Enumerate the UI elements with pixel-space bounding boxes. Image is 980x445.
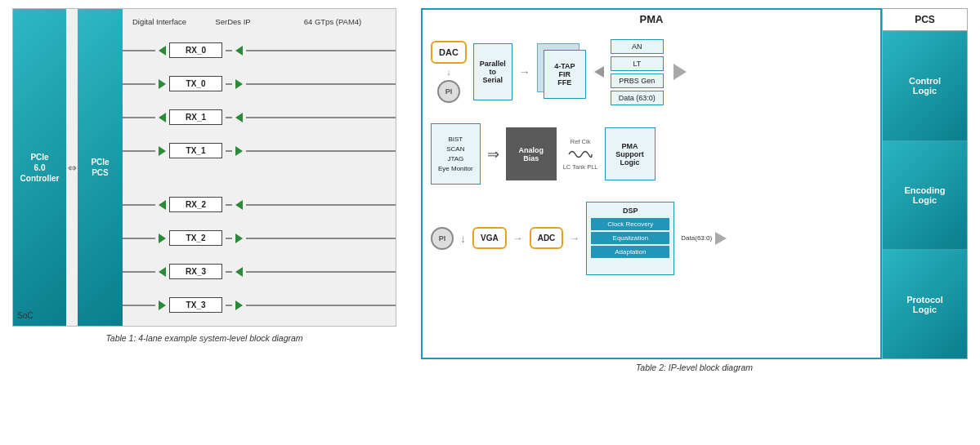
lane-box-tx2: TX_2 xyxy=(169,230,222,246)
pma-support-box: PMA Support Logic xyxy=(605,127,656,180)
digital-interface-label: Digital Interface xyxy=(123,13,196,28)
data-63-0-label-bot: Data(63:0) xyxy=(681,234,712,242)
fir-ffe-box: 4-TAP FIR FFE xyxy=(537,43,588,100)
adaptation-box: Adaptation xyxy=(591,246,669,258)
arrow-adc-dsp: → xyxy=(570,233,579,244)
arrow-left-rx1-right xyxy=(235,113,243,122)
arrow-pi-vga: ↓ xyxy=(460,232,466,245)
main-container: PCIe 6.0 Controller ⇔ PCIe PCS Digital I… xyxy=(12,8,968,437)
clock-recovery-box: Clock Recovery xyxy=(591,218,669,230)
dac-box: DAC xyxy=(431,41,467,64)
pma-title: PMA xyxy=(640,13,664,25)
arrow-to-pcs-top xyxy=(673,64,687,80)
arrow-right-tx3 xyxy=(159,300,166,310)
pam4-label: 64 GTps (PAM4) xyxy=(270,13,396,28)
adc-box: ADC xyxy=(530,227,564,249)
sine-wave-icon xyxy=(567,147,593,162)
arrow-right-tx3-right xyxy=(235,300,243,310)
lane-box-tx3: TX_3 xyxy=(169,297,222,313)
pi-circle-top: PI xyxy=(437,80,460,103)
dsp-title: DSP xyxy=(591,207,669,215)
arrow-dsp-pcs xyxy=(715,232,727,245)
lt-box: LT xyxy=(611,56,664,71)
left-diagram: PCIe 6.0 Controller ⇔ PCIe PCS Digital I… xyxy=(12,8,396,437)
lane-row-rx2: RX_2 xyxy=(123,194,396,216)
arrow-left-rx3-right xyxy=(235,267,243,277)
arrow-vga-adc: → xyxy=(513,233,523,244)
arrow-right-tx0-right xyxy=(235,79,243,89)
pcs-blocks-inner: Control Logic Encoding Logic Protocol Lo… xyxy=(883,31,967,358)
serdes-ip-label: SerDes IP xyxy=(196,13,270,28)
pcie-pcs-block: PCIe PCS xyxy=(78,9,123,326)
lane-box-rx1: RX_1 xyxy=(169,109,222,125)
lane-box-rx2: RX_2 xyxy=(169,197,222,212)
lane-row-rx3: RX_3 xyxy=(123,261,396,283)
arrow-left-rx2 xyxy=(159,200,166,210)
lane-row-tx1: TX_1 xyxy=(123,140,396,162)
data-63-0-out: Data(63:0) xyxy=(681,232,727,245)
vga-box: VGA xyxy=(472,227,507,249)
arrow-dac-pi: ↓ xyxy=(446,67,451,77)
left-caption: Table 1: 4-lane example system-level blo… xyxy=(12,333,396,343)
arrow-right-tx1 xyxy=(159,146,166,156)
lane-row-tx0: TX_0 xyxy=(123,73,396,95)
arrow-in-fir xyxy=(594,66,604,78)
arrow-right-tx2 xyxy=(159,234,166,243)
pcs-column: PCS Control Logic Encoding Logic Protoco… xyxy=(882,8,968,359)
an-lt-group: AN LT PRBS Gen Data (63:0) xyxy=(611,39,664,105)
pcs-protocol-logic: Protocol Logic xyxy=(883,249,967,358)
ctrl-pcs-arrow: ⇔ xyxy=(68,162,77,174)
soc-label: SoC xyxy=(17,307,33,322)
arrow-left-rx1 xyxy=(159,113,166,122)
arrow-ps-fir: → xyxy=(519,65,530,78)
lane-box-tx0: TX_0 xyxy=(169,76,222,91)
arrow-right-tx0 xyxy=(159,79,166,89)
right-caption: Table 2: IP-level block diagram xyxy=(421,363,968,372)
lc-tank-label: LC Tank PLL xyxy=(563,163,598,171)
parallel-serial-box: Parallel to Serial xyxy=(473,43,512,100)
dsp-box: DSP Clock Recovery Equalization Adaptati… xyxy=(586,202,674,275)
arrow-right-tx1-right xyxy=(235,146,243,156)
an-box: AN xyxy=(611,39,664,54)
arrow-bist-analog: ⇒ xyxy=(487,145,499,163)
lane-box-rx3: RX_3 xyxy=(169,264,222,279)
lane-row-rx1: RX_1 xyxy=(123,107,396,128)
lane-box-rx0: RX_0 xyxy=(169,42,222,58)
right-diagram: PMA DAC ↓ xyxy=(421,8,968,437)
pcs-header: PCS xyxy=(883,9,967,31)
arrow-left-rx0-right xyxy=(235,46,243,56)
data-63-0-box-top: Data (63:0) xyxy=(611,91,664,105)
pma-box: PMA DAC ↓ xyxy=(421,8,882,359)
lane-row-tx3: TX_3 xyxy=(123,295,396,316)
pcie-controller-block: PCIe 6.0 Controller xyxy=(13,9,66,326)
analog-bias-box: Analog Bias xyxy=(506,127,557,180)
arrow-left-rx2-right xyxy=(235,200,243,210)
lane-box-tx1: TX_1 xyxy=(169,143,222,158)
bist-box: BIST SCAN JTAG Eye Monitor xyxy=(431,123,481,185)
lane-row-tx2: TX_2 xyxy=(123,228,396,249)
refclk-label: Ref Clk xyxy=(571,138,591,145)
arrow-right-tx2-right xyxy=(235,234,243,243)
pcs-encoding-logic: Encoding Logic xyxy=(883,140,967,250)
pcs-control-logic: Control Logic xyxy=(883,31,967,140)
lane-row-rx0: RX_0 xyxy=(123,40,396,61)
arrow-left-rx3 xyxy=(159,267,166,277)
prbs-gen-box: PRBS Gen xyxy=(611,73,664,88)
equalization-box: Equalization xyxy=(591,232,669,244)
arrow-left-rx0 xyxy=(159,46,166,56)
pi-circle-bot: PI xyxy=(431,227,454,250)
